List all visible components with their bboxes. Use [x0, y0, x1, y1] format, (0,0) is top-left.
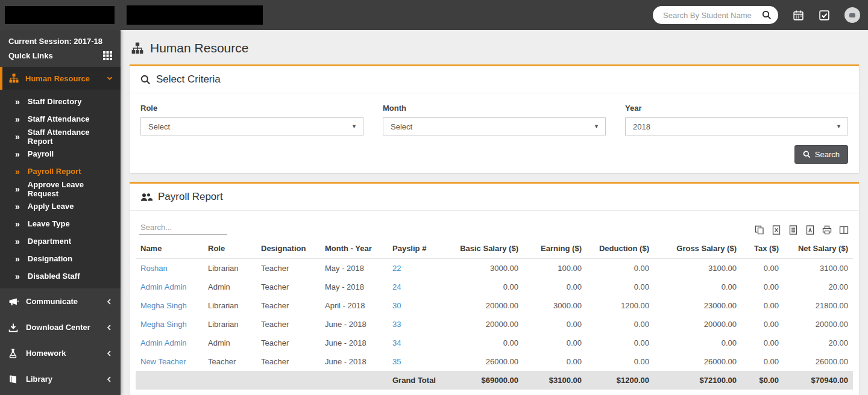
double-chevron-icon: » — [15, 115, 20, 123]
sidebar-item-disabled-staff[interactable]: » Disabled Staff — [0, 267, 121, 285]
sidebar-item-staff-attendance[interactable]: » Staff Attendance — [0, 110, 121, 128]
sidebar-item-payroll-report[interactable]: » Payroll Report — [0, 163, 121, 180]
staff-name-link[interactable]: Admin Admin — [140, 338, 187, 347]
cell-gross: 20000.00 — [654, 315, 741, 334]
sidebar-item-staff-directory[interactable]: » Staff Directory — [0, 93, 121, 110]
search-button[interactable]: Search — [794, 145, 848, 164]
grid-icon[interactable] — [103, 51, 112, 60]
table-search[interactable] — [139, 220, 227, 235]
columns-icon[interactable] — [839, 225, 849, 235]
print-icon[interactable] — [822, 225, 832, 235]
redacted-school-name — [127, 5, 263, 25]
col-basic-salary: Basic Salary ($) — [445, 238, 523, 259]
cell-role: Librarian — [203, 259, 256, 278]
cell-month-year: May - 2018 — [320, 259, 388, 278]
month-select[interactable]: Select ▼ — [383, 117, 606, 135]
cell-designation: Teacher — [256, 296, 320, 315]
sidebar-item-department[interactable]: » Department — [0, 232, 121, 250]
payslip-link[interactable]: 34 — [392, 338, 401, 347]
search-button-label: Search — [815, 150, 840, 159]
payslip-link[interactable]: 33 — [392, 320, 401, 329]
table-row: Admin Admin Admin Teacher May - 2018 24 … — [136, 278, 853, 296]
sidebar-item-designation[interactable]: » Designation — [0, 250, 121, 267]
chevron-left-icon — [106, 298, 112, 305]
table-row: Admin Admin Admin Teacher June - 2018 34… — [136, 334, 853, 352]
sidebar-item-approve-leave-request[interactable]: » Approve Leave Request — [0, 180, 121, 198]
col-payslip: Payslip # — [388, 238, 445, 259]
table-header-row: Name Role Designation Month - Year Paysl… — [136, 238, 853, 259]
sidebar-item-apply-leave[interactable]: » Apply Leave — [0, 198, 121, 215]
payslip-link[interactable]: 30 — [392, 301, 401, 310]
search-icon[interactable] — [762, 10, 772, 20]
submenu-label: Apply Leave — [28, 202, 74, 211]
pdf-icon[interactable] — [805, 225, 815, 235]
grand-total-label: Grand Total — [388, 371, 445, 390]
card-title: Select Criteria — [156, 73, 221, 86]
submenu-label: Staff Attendance — [28, 114, 90, 123]
cell-tax: 0.00 — [741, 334, 784, 352]
col-gross-salary: Gross Salary ($) — [654, 238, 741, 259]
double-chevron-icon: » — [15, 237, 20, 246]
chevron-down-icon: ▼ — [594, 123, 599, 129]
sidebar-item-homework[interactable]: Homework — [0, 340, 121, 366]
search-icon — [803, 151, 811, 158]
cell-month-year: May - 2018 — [320, 278, 388, 296]
megaphone-icon — [8, 297, 19, 306]
calendar-icon[interactable] — [793, 10, 804, 21]
col-name: Name — [136, 238, 203, 259]
avatar-logo — [849, 13, 855, 17]
quick-links[interactable]: Quick Links — [0, 46, 121, 67]
double-chevron-icon: » — [15, 132, 20, 141]
staff-name-link[interactable]: Admin Admin — [140, 282, 187, 291]
staff-name-link[interactable]: Megha Singh — [140, 320, 187, 329]
page-title: Human Resource — [131, 41, 858, 55]
staff-name-link[interactable]: Roshan — [140, 264, 168, 273]
sidebar-item-staff-attendance-report[interactable]: » Staff Attendance Report — [0, 128, 121, 145]
select-criteria-card: Select Criteria Role Select ▼ Month Sele… — [130, 64, 859, 173]
chevron-down-icon: ▼ — [836, 123, 841, 129]
copy-icon[interactable] — [755, 225, 764, 235]
role-label: Role — [140, 104, 363, 113]
year-select[interactable]: 2018 ▼ — [625, 117, 848, 135]
tasks-icon[interactable] — [819, 10, 830, 21]
staff-name-link[interactable]: Megha Singh — [140, 301, 187, 310]
payslip-link[interactable]: 35 — [392, 357, 401, 366]
quick-links-label: Quick Links — [8, 51, 53, 60]
cell-designation: Teacher — [256, 334, 320, 352]
sidebar-item-download-center[interactable]: Download Center — [0, 314, 121, 340]
sidebar-item-label: Human Resource — [25, 74, 90, 83]
submenu-label: Disabled Staff — [28, 272, 80, 281]
col-tax: Tax ($) — [741, 238, 784, 259]
payslip-link[interactable]: 22 — [392, 264, 401, 273]
table-search-input[interactable] — [139, 220, 227, 235]
sidebar-item-leave-type[interactable]: » Leave Type — [0, 215, 121, 232]
user-avatar[interactable] — [844, 7, 860, 23]
table-row: New Teacher Teacher Teacher June - 2018 … — [136, 352, 853, 371]
sidebar-item-communicate[interactable]: Communicate — [0, 288, 121, 314]
submenu-label: Staff Directory — [28, 97, 82, 106]
role-select[interactable]: Select ▼ — [140, 117, 363, 135]
csv-icon[interactable] — [788, 225, 798, 235]
table-row: Megha Singh Librarian Teacher June - 201… — [136, 315, 853, 334]
double-chevron-icon: » — [15, 255, 20, 263]
cell-basic: 20000.00 — [445, 315, 523, 334]
student-search-box[interactable] — [653, 6, 778, 24]
cell-gross: 26000.00 — [654, 352, 741, 371]
sidebar-item-human-resource[interactable]: Human Resource — [0, 67, 121, 90]
staff-name-link[interactable]: New Teacher — [140, 357, 186, 366]
payslip-link[interactable]: 24 — [392, 282, 401, 291]
payroll-report-card: Payroll Report — [130, 182, 859, 395]
cell-deduction: 0.00 — [587, 259, 654, 278]
current-session-label: Current Session: 2017-18 — [0, 30, 121, 46]
cell-designation: Teacher — [256, 315, 320, 334]
cell-gross: 23000.00 — [654, 296, 741, 315]
excel-icon[interactable] — [772, 225, 781, 235]
month-field: Month Select ▼ — [383, 104, 606, 135]
sidebar-item-payroll[interactable]: » Payroll — [0, 145, 121, 163]
table-row: Megha Singh Librarian Teacher April - 20… — [136, 296, 853, 315]
role-field: Role Select ▼ — [140, 104, 363, 135]
chevron-down-icon: ▼ — [351, 123, 357, 129]
student-search-input[interactable] — [662, 10, 762, 20]
sidebar-item-library[interactable]: Library — [0, 366, 121, 392]
col-role: Role — [203, 238, 256, 259]
